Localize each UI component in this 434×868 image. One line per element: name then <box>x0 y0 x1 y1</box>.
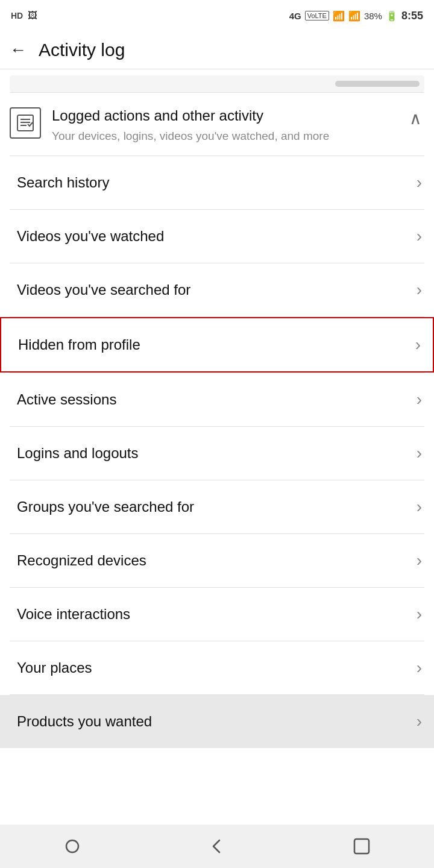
status-bar: HD 🖼 4G VoLTE 📶 📶 38% 🔋 8:55 <box>0 0 434 31</box>
signal-bars-2: 📶 <box>348 10 360 22</box>
menu-item-hidden-from-profile[interactable]: Hidden from profile › <box>0 317 434 373</box>
nav-home-button[interactable] <box>54 828 90 864</box>
signal-bars: 📶 <box>333 10 345 22</box>
menu-item-groups-searched[interactable]: Groups you've searched for › <box>0 480 434 533</box>
chevron-right-icon: › <box>417 712 422 731</box>
header: ← Activity log <box>0 31 434 69</box>
collapse-icon[interactable]: ∧ <box>409 108 422 128</box>
back-button[interactable]: ← <box>10 40 27 60</box>
chevron-right-icon: › <box>417 390 422 409</box>
time-display: 8:55 <box>401 10 423 22</box>
camera-icon: 🖼 <box>28 10 37 21</box>
chevron-right-icon: › <box>417 227 422 246</box>
status-bar-left: HD 🖼 <box>11 10 37 21</box>
chevron-right-icon: › <box>417 173 422 192</box>
nav-recent-button[interactable] <box>344 828 380 864</box>
menu-item-active-sessions[interactable]: Active sessions › <box>0 373 434 426</box>
chevron-right-icon: › <box>415 335 421 354</box>
section-header: Logged actions and other activity Your d… <box>0 93 434 156</box>
scroll-thumb <box>335 81 420 87</box>
chevron-right-icon: › <box>417 444 422 463</box>
menu-item-search-history[interactable]: Search history › <box>0 156 434 209</box>
menu-item-your-places[interactable]: Your places › <box>0 641 434 694</box>
svg-point-4 <box>66 840 78 852</box>
chevron-right-icon: › <box>417 658 422 678</box>
menu-item-voice-interactions[interactable]: Voice interactions › <box>0 588 434 641</box>
menu-item-recognized-devices[interactable]: Recognized devices › <box>0 534 434 587</box>
volte-indicator: VoLTE <box>305 11 329 20</box>
page-title: Activity log <box>39 40 125 60</box>
svg-rect-5 <box>354 839 369 854</box>
network-indicator: 4G <box>289 11 301 21</box>
chevron-right-icon: › <box>417 497 422 517</box>
logged-actions-icon <box>10 107 41 139</box>
battery-icon: 🔋 <box>386 10 398 22</box>
bottom-nav-bar <box>0 825 434 868</box>
menu-item-logins-logouts[interactable]: Logins and logouts › <box>0 427 434 480</box>
menu-item-products-wanted[interactable]: Products you wanted › <box>0 695 434 748</box>
chevron-right-icon: › <box>417 551 422 570</box>
section-title: Logged actions and other activity <box>52 106 403 125</box>
nav-back-button[interactable] <box>199 828 235 864</box>
status-bar-right: 4G VoLTE 📶 📶 38% 🔋 8:55 <box>289 10 423 22</box>
scroll-indicator <box>10 75 424 92</box>
battery-indicator: 38% <box>364 11 382 21</box>
chevron-right-icon: › <box>417 605 422 624</box>
hd-indicator: HD <box>11 11 23 20</box>
section-text: Logged actions and other activity Your d… <box>52 106 403 145</box>
section-subtitle: Your devices, logins, videos you've watc… <box>52 128 403 145</box>
chevron-right-icon: › <box>417 280 422 300</box>
menu-item-videos-watched[interactable]: Videos you've watched › <box>0 210 434 263</box>
menu-item-videos-searched[interactable]: Videos you've searched for › <box>0 263 434 316</box>
